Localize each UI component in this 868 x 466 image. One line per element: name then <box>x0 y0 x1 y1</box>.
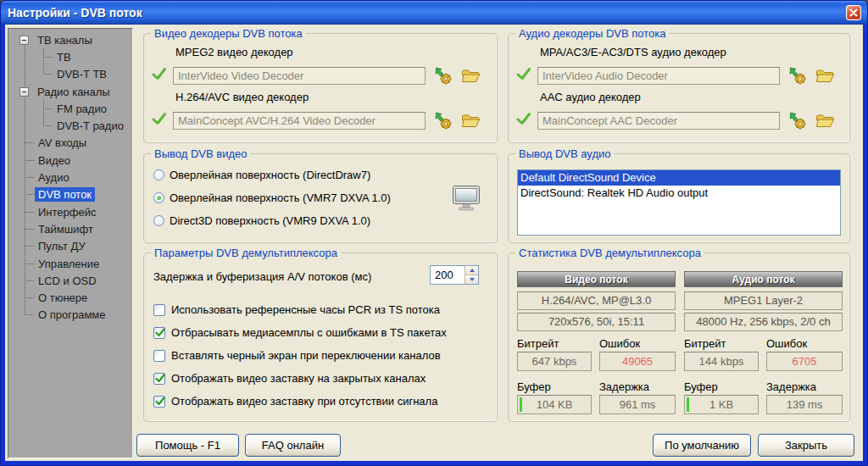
sidebar-item-about-program[interactable]: О программе <box>8 307 132 324</box>
checkbox-icon[interactable] <box>153 396 165 408</box>
browse-folder-icon[interactable] <box>815 68 834 83</box>
group-audio-output: Вывод DVB аудио Default DirectSound Devi… <box>508 153 850 243</box>
sidebar-item-audio[interactable]: Аудио <box>8 169 132 186</box>
mpeg2-decoder-field[interactable]: InterVideo Video Decoder <box>173 67 426 85</box>
tree-branch <box>25 160 34 161</box>
radio-icon[interactable] <box>153 169 164 180</box>
defaults-button[interactable]: По умолчанию <box>653 434 751 457</box>
list-item-realtek-hd[interactable]: DirectSound: Realtek HD Audio output <box>518 186 840 201</box>
sidebar-item-av-inputs[interactable]: AV входы <box>8 135 132 152</box>
close-icon[interactable] <box>846 5 861 20</box>
bitrate-label: Битрейт <box>517 337 559 350</box>
checkbox-splash-on-no-signal[interactable]: Отображать видео заставку при отсутствии… <box>153 395 437 408</box>
decoder-properties-icon[interactable] <box>434 66 453 85</box>
tree-branch <box>25 194 34 195</box>
tree-collapse-icon[interactable] <box>19 87 29 97</box>
radio-icon[interactable] <box>153 192 164 203</box>
help-button[interactable]: Помощь - F1 <box>136 434 239 457</box>
sidebar-item-tv-channels[interactable]: ТВ каналы <box>8 31 132 48</box>
buffer-fill-indicator <box>520 397 522 412</box>
audio-bitrate-field: 144 kbps <box>684 352 759 371</box>
checkbox-icon[interactable] <box>153 304 165 316</box>
sidebar-item-about-tuner[interactable]: О тюнере <box>8 289 132 306</box>
checkbox-icon[interactable] <box>153 350 165 362</box>
tree-collapse-icon[interactable] <box>19 36 29 45</box>
sidebar-item-lcd-osd[interactable]: LCD и OSD <box>8 272 132 289</box>
sidebar-item-timeshift[interactable]: Таймшифт <box>8 220 132 237</box>
checkbox-black-screen-on-switch[interactable]: Вставлять черный экран при переключении … <box>153 349 441 362</box>
decoder-properties-icon[interactable] <box>434 111 453 130</box>
checkbox-splash-on-scrambled[interactable]: Отображать видео заставку на закрытых ка… <box>153 372 426 385</box>
video-stream-stats: Видео поток H.264/AVC, MP@L3.0 720x576, … <box>517 253 676 421</box>
video-buffer-field: 104 KB <box>517 395 592 414</box>
aac-decoder-field[interactable]: MainConcept AAC Decoder <box>537 112 780 130</box>
faq-online-button[interactable]: FAQ онлайн <box>245 434 341 457</box>
browse-folder-icon[interactable] <box>461 113 480 128</box>
browse-folder-icon[interactable] <box>461 68 480 83</box>
video-bitrate-field: 647 kbps <box>517 352 592 371</box>
sidebar-item-dvb-stream[interactable]: DVB поток <box>8 186 132 203</box>
delay-value-field[interactable]: 200 <box>431 266 465 284</box>
settings-window: Настройки - DVB поток ТВ каналы ТВ DVB-T… <box>0 0 868 466</box>
settings-nav-tree: ТВ каналы ТВ DVB-T ТВ Радио каналы FM ра… <box>8 28 133 458</box>
sidebar-item-video[interactable]: Видео <box>8 152 132 169</box>
sidebar-item-interface[interactable]: Интерфейс <box>8 203 132 220</box>
group-video-decoders: Видео декодеры DVB потока MPEG2 видео де… <box>143 33 498 143</box>
decoder-ok-check-icon <box>516 67 531 84</box>
audio-codec-field: MPEG1 Layer-2 <box>684 291 843 310</box>
close-button[interactable]: Закрыть <box>758 434 854 457</box>
titlebar[interactable]: Настройки - DVB поток <box>1 1 867 25</box>
spinner-up-icon[interactable] <box>465 266 478 275</box>
tree-branch <box>25 177 34 178</box>
tree-branch <box>25 314 34 315</box>
radio-label: Оверлейная поверхность (DirectDraw7) <box>170 169 370 181</box>
delay-label: Задержка <box>599 380 649 393</box>
errors-label: Ошибок <box>766 337 807 350</box>
radio-overlay-directdraw7[interactable]: Оверлейная поверхность (DirectDraw7) <box>153 169 370 181</box>
radio-direct3d-vmr9[interactable]: Direct3D поверхность (VMR9 DXVA 1.0) <box>153 214 370 227</box>
spinner-down-icon[interactable] <box>465 275 478 284</box>
list-item-default-directsound[interactable]: Default DirectSound Device <box>518 170 840 186</box>
buffer-label: Буфер <box>684 380 718 393</box>
mpa-ac3-decoder-field[interactable]: InterVideo Audio Decoder <box>537 67 780 85</box>
tree-branch <box>43 125 53 126</box>
audio-errors-field: 6705 <box>766 352 843 371</box>
checkbox-icon[interactable] <box>153 327 165 339</box>
decoder-properties-icon[interactable] <box>788 111 807 130</box>
sidebar-item-remote-control[interactable]: Пульт ДУ <box>8 238 132 255</box>
sidebar-item-radio-channels[interactable]: Радио каналы <box>8 83 132 100</box>
errors-label: Ошибок <box>599 337 640 350</box>
checkbox-use-pcr-clock[interactable]: Использовать референсные часы PCR из TS … <box>153 303 440 316</box>
tree-branch <box>43 57 53 58</box>
radio-label: Оверлейная поверхность (VMR7 DXVA 1.0) <box>170 191 391 204</box>
browse-folder-icon[interactable] <box>815 113 834 128</box>
sidebar-item-fm-radio[interactable]: FM радио <box>8 100 132 117</box>
sidebar-item-dvbt-tv[interactable]: DVB-T ТВ <box>8 66 132 83</box>
delay-label: Задержка <box>766 380 816 393</box>
decoder-properties-icon[interactable] <box>788 66 807 85</box>
sidebar-item-dvbt-radio[interactable]: DVB-T радио <box>8 117 132 134</box>
checkbox-label: Использовать референсные часы PCR из TS … <box>171 303 440 316</box>
checkbox-icon[interactable] <box>153 373 165 385</box>
audio-device-listbox[interactable]: Default DirectSound Device DirectSound: … <box>517 169 841 236</box>
group-title: Аудио декодеры DVB потока <box>515 27 669 40</box>
group-demux-params: Параметры DVB демультиплексора Задержка … <box>143 252 498 422</box>
decoder-ok-check-icon <box>152 112 167 129</box>
tree-branch <box>25 264 34 264</box>
radio-overlay-vmr7[interactable]: Оверлейная поверхность (VMR7 DXVA 1.0) <box>153 191 391 204</box>
video-errors-field: 49065 <box>599 352 676 371</box>
sidebar-item-control[interactable]: Управление <box>8 255 132 272</box>
audio-stream-header: Аудио поток <box>684 271 843 287</box>
checkbox-label: Отображать видео заставку при отсутствии… <box>171 395 437 408</box>
delay-label: Задержка и буферизация A/V потоков (мс) <box>153 270 371 283</box>
tree-branch <box>25 280 34 281</box>
delay-spinner[interactable]: 200 <box>430 265 479 285</box>
sidebar-item-tv[interactable]: ТВ <box>8 48 132 65</box>
bitrate-label: Битрейт <box>684 337 726 350</box>
h264-decoder-field[interactable]: MainConcept AVC/H.264 Video Decoder <box>173 112 426 130</box>
radio-icon[interactable] <box>153 215 164 226</box>
monitor-icon <box>451 185 481 215</box>
checkbox-drop-bad-samples[interactable]: Отбрасывать медиасемплы с ошибками в TS … <box>153 326 447 339</box>
buffer-fill-indicator <box>687 397 689 412</box>
decoder-ok-check-icon <box>516 112 531 129</box>
